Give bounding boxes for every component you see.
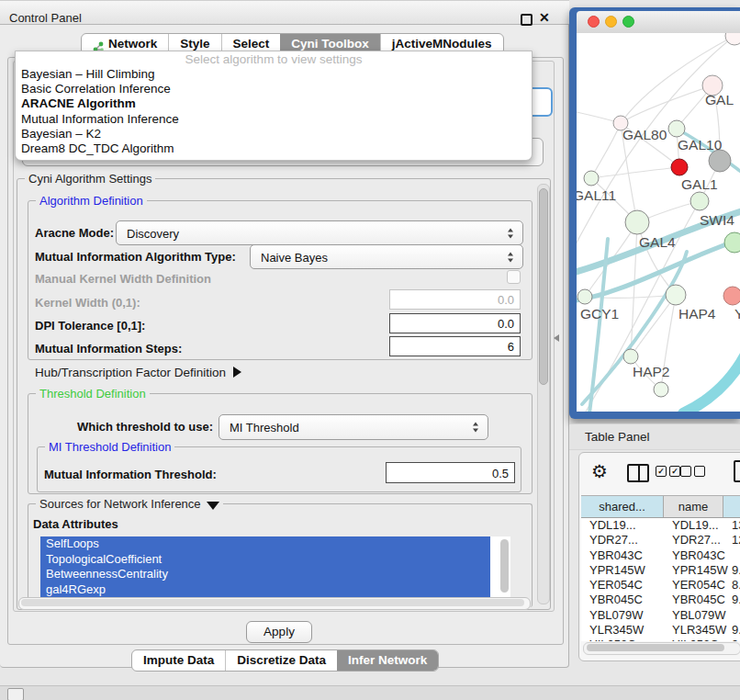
network-node[interactable]: [584, 171, 599, 186]
which-threshold-select[interactable]: MI Threshold: [219, 414, 488, 440]
which-threshold-value: MI Threshold: [230, 421, 299, 435]
table-body: YDL19...YDL19...13YDR27...YDR27...12YBR0…: [581, 518, 740, 641]
attribute-item-selected[interactable]: TopologicalCoefficient: [40, 552, 490, 568]
column-header[interactable]: [723, 496, 740, 517]
hub-definition-expander[interactable]: Hub/Transcription Factor Definition: [35, 366, 241, 379]
stepper-arrows-icon: [508, 228, 514, 238]
network-node[interactable]: [724, 232, 740, 253]
checked-box-icon: ✓: [669, 466, 680, 477]
gear-icon[interactable]: ⚙: [591, 460, 608, 482]
mi-threshold-field[interactable]: 0.5: [386, 462, 515, 483]
network-node-label: GAL4: [639, 234, 676, 250]
table-cell: 9.: [723, 563, 740, 578]
table-header-row: shared...name: [581, 495, 740, 518]
page-icon[interactable]: [734, 460, 740, 482]
attribute-item-selected[interactable]: BetweennessCentrality: [40, 567, 490, 582]
algorithm-option[interactable]: ARACNE Algorithm: [21, 96, 526, 111]
network-node[interactable]: [577, 289, 592, 304]
network-node[interactable]: [654, 382, 668, 397]
settings-horizontal-scrollbar[interactable]: [18, 597, 531, 610]
mi-steps-field[interactable]: 6: [389, 336, 521, 356]
network-window-titlebar[interactable]: [577, 11, 740, 34]
table-cell: YIL052C: [664, 638, 723, 641]
algorithm-option[interactable]: Dream8 DC_TDC Algorithm: [21, 141, 526, 156]
table-cell: YPR145W: [581, 563, 664, 578]
network-node[interactable]: [671, 159, 688, 175]
column-header[interactable]: name: [664, 496, 723, 517]
network-node[interactable]: [668, 120, 685, 137]
network-canvas[interactable]: GALGAL80GAL10GAL1GAL11SWI4GAL4GCY1HAP4YH…: [577, 33, 740, 412]
network-view-window[interactable]: GALGAL80GAL10GAL1GAL11SWI4GAL4GCY1HAP4YH…: [569, 7, 740, 419]
apply-button[interactable]: Apply: [246, 621, 312, 643]
aracne-mode-select[interactable]: Discovery: [116, 220, 523, 245]
dpi-tolerance-field[interactable]: 0.0: [389, 313, 521, 333]
algorithm-option[interactable]: Bayesian – K2: [21, 127, 526, 141]
network-node-label: GAL11: [577, 187, 616, 203]
network-node[interactable]: [690, 192, 709, 210]
kernel-width-field[interactable]: 0.0: [389, 289, 521, 310]
collapsed-panel-icon[interactable]: [7, 688, 24, 700]
table-row[interactable]: YBR043CYBR043C: [581, 548, 740, 563]
manual-kernel-width-checkbox[interactable]: [507, 270, 521, 284]
collapse-arrow-icon: [207, 502, 219, 510]
table-horizontal-scrollbar[interactable]: [583, 642, 740, 655]
algorithm-option[interactable]: Basic Correlation Inference: [21, 82, 526, 96]
network-icon: [93, 39, 104, 50]
table-row[interactable]: YPR145WYPR145W9.: [581, 563, 740, 578]
table-cell: 12: [723, 533, 740, 548]
mi-algorithm-type-label: Mutual Information Algorithm Type:: [35, 250, 236, 264]
network-node[interactable]: [625, 210, 649, 234]
float-window-icon[interactable]: [521, 14, 533, 26]
attribute-item-selected[interactable]: SelfLoops: [40, 536, 490, 552]
table-row[interactable]: YER054CYER054C8.: [581, 578, 740, 593]
table-cell: YLR345W: [581, 623, 664, 638]
deselect-all-columns-icon[interactable]: [680, 466, 705, 477]
network-graph[interactable]: GALGAL80GAL10GAL1GAL11SWI4GAL4GCY1HAP4YH…: [577, 33, 740, 412]
table-cell: 13: [723, 518, 740, 533]
bottom-tab-label: Discretize Data: [237, 650, 326, 671]
mi-algorithm-type-select[interactable]: Naive Bayes: [250, 244, 523, 269]
zoom-light[interactable]: [622, 16, 634, 28]
network-node[interactable]: [725, 33, 740, 45]
table-row[interactable]: YDL19...YDL19...13: [581, 518, 740, 533]
table-row[interactable]: YBL079WYBL079W: [581, 608, 740, 623]
table-row[interactable]: YDR27...YDR27...12: [581, 533, 740, 548]
select-all-columns-icon[interactable]: ✓ ✓: [656, 466, 680, 477]
bottom-tab-label: Infer Network: [348, 650, 427, 671]
close-icon[interactable]: ✕: [539, 10, 550, 25]
table-row[interactable]: YIL052CYIL052C9: [581, 638, 740, 641]
table-panel-titlebar[interactable]: Table Panel: [569, 423, 740, 450]
bottom-tab-discretize-data[interactable]: Discretize Data: [225, 650, 337, 671]
bottom-tab-infer-network[interactable]: Infer Network: [337, 650, 438, 671]
algorithm-option[interactable]: Bayesian – Hill Climbing: [21, 67, 526, 82]
algorithm-option[interactable]: Mutual Information Inference: [21, 112, 526, 127]
network-edge: [591, 167, 679, 178]
sources-legend-text: Sources for Network Inference: [39, 497, 201, 511]
settings-vertical-scrollbar[interactable]: [537, 184, 550, 604]
list-scrollbar[interactable]: [500, 539, 509, 593]
sources-legend[interactable]: Sources for Network Inference: [36, 497, 223, 511]
panel-divider-arrow-icon[interactable]: [554, 334, 559, 342]
column-header[interactable]: shared...: [581, 496, 664, 517]
table-row[interactable]: YBR045CYBR045C9.: [581, 593, 740, 607]
attribute-item-selected[interactable]: gal4RGexp: [40, 582, 490, 598]
dpi-tolerance-label: DPI Tolerance [0,1]:: [35, 319, 145, 333]
table-cell: 8.: [723, 578, 740, 593]
network-node[interactable]: [723, 287, 740, 305]
minimize-light[interactable]: [605, 16, 617, 28]
mi-threshold-label: Mutual Information Threshold:: [44, 468, 217, 481]
status-strip: [0, 685, 740, 700]
data-attributes-list[interactable]: SelfLoopsTopologicalCoefficientBetweenne…: [40, 536, 510, 602]
split-columns-icon[interactable]: [627, 464, 649, 482]
table-cell: YDL19...: [581, 518, 664, 533]
close-light[interactable]: [588, 16, 600, 28]
network-node[interactable]: [666, 285, 686, 305]
algorithm-dropdown-list: Bayesian – Hill ClimbingBasic Correlatio…: [21, 67, 526, 156]
control-panel-titlebar[interactable]: [0, 0, 569, 25]
network-node[interactable]: [623, 349, 638, 364]
bottom-tab-impute-data[interactable]: Impute Data: [132, 650, 225, 671]
network-node-label: GAL1: [681, 176, 718, 192]
algorithm-definition-legend: Algorithm Definition: [36, 194, 147, 208]
network-node[interactable]: [709, 150, 731, 172]
table-row[interactable]: YLR345WYLR345W9.: [581, 623, 740, 638]
